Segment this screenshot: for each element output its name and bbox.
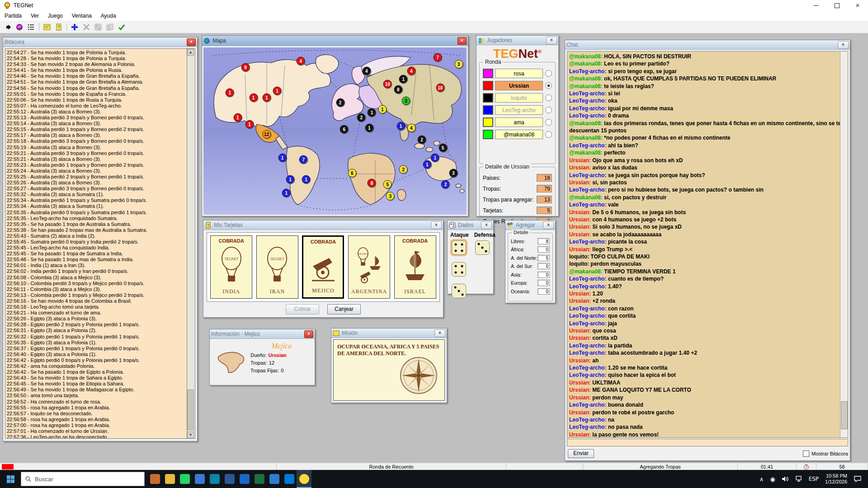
taskbar-app-icon-4[interactable] <box>192 470 207 488</box>
menu-item-ayuda[interactable]: Ayuda <box>96 11 121 21</box>
country-card[interactable]: COBRADAMEJICO <box>302 235 344 299</box>
jugadores-titlebar[interactable]: Jugadores × <box>476 36 558 45</box>
troop-marker[interactable]: 10 <box>383 80 392 89</box>
taskbar-app-icon-8[interactable] <box>252 470 267 488</box>
dice-icon[interactable] <box>93 22 104 32</box>
troop-marker[interactable]: 3 <box>402 97 410 105</box>
player-turn-radio[interactable] <box>545 70 552 77</box>
enviar-button[interactable]: Enviar <box>568 449 594 458</box>
tray-chevron-icon[interactable]: ∧ <box>760 476 764 483</box>
scroll-up-icon[interactable]: ▲ <box>187 49 194 56</box>
menu-item-juego[interactable]: Juego <box>43 11 67 21</box>
tarjetas-titlebar[interactable]: ? Mis Tarjetas × <box>203 221 443 230</box>
troop-marker[interactable]: 1 <box>249 94 258 102</box>
troop-marker[interactable]: 7 <box>433 53 442 62</box>
agregar-titlebar[interactable]: Agregar × <box>505 221 555 230</box>
bitacora-close-icon[interactable]: × <box>187 38 196 46</box>
volume-icon[interactable] <box>782 476 789 482</box>
mostrar-bitacora-checkbox[interactable] <box>803 450 809 457</box>
player-turn-radio[interactable] <box>545 94 552 101</box>
taskbar-app-icon-10[interactable] <box>282 470 297 488</box>
troop-marker[interactable]: 4 <box>362 66 371 75</box>
start-button[interactable] <box>0 470 21 488</box>
troop-marker[interactable]: 5 <box>383 180 392 189</box>
troop-marker[interactable]: 1 <box>365 123 373 132</box>
troop-marker[interactable]: 1 <box>262 94 271 102</box>
dados-close-icon[interactable]: × <box>481 221 492 229</box>
country-card[interactable]: COBRADAISRAEL <box>394 235 436 299</box>
troop-marker[interactable]: 2 <box>336 99 344 107</box>
troop-marker[interactable]: 8 <box>368 178 376 187</box>
troop-marker[interactable]: 1 <box>396 122 405 130</box>
troop-marker[interactable]: 1 <box>302 175 310 184</box>
informacion-close-icon[interactable]: × <box>304 330 313 338</box>
troop-marker[interactable]: 12 <box>262 130 271 139</box>
maximize-button[interactable] <box>826 0 847 11</box>
troop-marker[interactable]: 6 <box>340 125 349 134</box>
agregar-close-icon[interactable]: × <box>543 221 554 229</box>
troop-marker[interactable]: 7 <box>299 155 308 164</box>
player-turn-radio[interactable] <box>545 119 552 126</box>
taskbar-search[interactable]: Buscar <box>21 472 145 486</box>
bitacora-titlebar[interactable]: Bitácora × <box>3 38 197 47</box>
taskbar-app-icon-2[interactable] <box>162 470 177 488</box>
mapa-close-icon[interactable]: × <box>458 37 467 45</box>
log-icon[interactable] <box>26 22 37 32</box>
taskbar-app-icon-7[interactable] <box>237 470 252 488</box>
bitacora-scrollbar[interactable]: ▲ ▼ <box>187 48 195 439</box>
cobrar-button[interactable]: Cobrar <box>286 304 319 314</box>
troop-marker[interactable]: 9 <box>241 63 250 72</box>
country-card[interactable]: TEGNETARGENTINA <box>348 235 390 299</box>
mapa-titlebar[interactable]: Mapa × <box>202 36 468 46</box>
troop-marker[interactable]: 2 <box>357 113 366 122</box>
troop-marker[interactable]: 1 <box>245 120 254 129</box>
troop-marker[interactable]: 8 <box>394 85 402 94</box>
player-turn-radio[interactable] <box>545 82 552 89</box>
mision-close-icon[interactable]: × <box>434 329 445 337</box>
notification-icon[interactable] <box>854 475 862 483</box>
tarjetas-close-icon[interactable]: × <box>431 221 442 229</box>
taskbar-app-icon-3[interactable] <box>177 470 192 488</box>
troop-marker[interactable]: 1 <box>286 175 295 184</box>
note-icon[interactable] <box>42 22 52 32</box>
troop-marker[interactable]: 1 <box>399 75 408 84</box>
scroll-down-icon[interactable]: ▼ <box>187 432 194 438</box>
chat-titlebar[interactable]: Chat × <box>565 40 850 50</box>
taskbar-app-icon-11[interactable] <box>297 470 311 488</box>
troop-marker[interactable]: 1 <box>282 188 291 197</box>
taskbar-app-icon-5[interactable] <box>207 470 222 488</box>
minimize-button[interactable]: — <box>806 0 826 11</box>
troop-marker[interactable]: 5 <box>439 144 447 152</box>
troop-marker[interactable]: 1 <box>431 154 439 162</box>
troop-marker[interactable]: 1 <box>273 87 281 95</box>
mision-titlebar[interactable]: Misión × <box>331 328 447 338</box>
cards-icon[interactable] <box>104 22 115 32</box>
troop-marker[interactable]: 1 <box>226 88 234 97</box>
taskbar-app-icon-9[interactable] <box>267 470 282 488</box>
add-troops-icon[interactable] <box>69 22 80 32</box>
troop-marker[interactable]: 1 <box>378 105 387 113</box>
troop-marker[interactable]: 1 <box>278 154 287 162</box>
taskbar-clock[interactable]: 10:58 PM 1/12/2026 <box>825 473 847 485</box>
close-button[interactable]: × <box>847 0 868 11</box>
scroll-thumb[interactable] <box>187 389 194 430</box>
chat-scrollbar[interactable] <box>840 52 848 437</box>
network-icon[interactable] <box>795 476 802 482</box>
end-turn-icon[interactable] <box>116 22 127 32</box>
troop-marker[interactable]: 6 <box>348 169 356 177</box>
attack-icon[interactable] <box>81 22 92 32</box>
troop-marker[interactable]: 2 <box>418 135 426 144</box>
chat-input[interactable] <box>567 439 848 446</box>
troop-marker[interactable]: 3 <box>449 169 458 177</box>
player-turn-radio[interactable] <box>545 107 552 113</box>
world-map[interactable]: 9411111112171112211614108147310341268532… <box>203 47 467 215</box>
menu-item-ventana[interactable]: Ventana <box>67 11 96 21</box>
troop-marker[interactable]: 2 <box>441 180 450 189</box>
menu-item-partida[interactable]: Partida <box>0 11 26 21</box>
troop-marker[interactable]: 1 <box>423 160 431 169</box>
language-indicator[interactable]: ESP <box>809 476 819 482</box>
informacion-titlebar[interactable]: Información - Mejico × <box>210 329 315 339</box>
troop-marker[interactable]: 4 <box>407 66 415 75</box>
troop-marker[interactable]: 4 <box>407 123 415 132</box>
jugadores-close-icon[interactable]: × <box>546 37 557 44</box>
